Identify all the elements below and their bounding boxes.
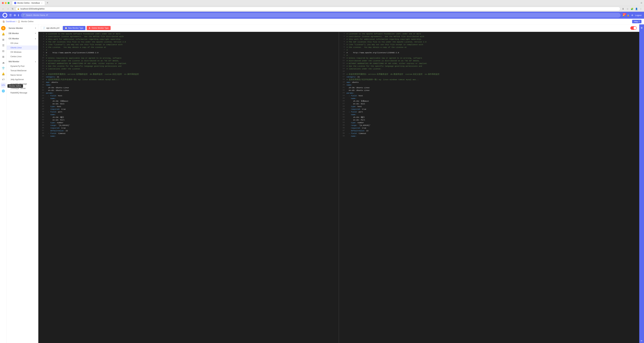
info-icon[interactable]: ℹ (18, 13, 19, 17)
bookmark-icon[interactable]: ☆ (626, 7, 630, 11)
line-content: - field: host (46, 94, 337, 97)
line-content: category: os (346, 75, 638, 78)
code-line: 3# this work for additional information … (38, 38, 339, 40)
line-content: # WITHOUT WARRANTIES OR CONDITIONS OF AN… (346, 62, 638, 65)
file-button[interactable]: 📄 app-ubuntu.yml (41, 26, 62, 30)
back-btn[interactable]: ← (1, 7, 5, 11)
line-number: 19 (40, 81, 44, 84)
toggle-switch[interactable] (630, 26, 637, 30)
line-content: # (the "License"); you may not use this … (46, 43, 337, 46)
download-icon[interactable]: ⬇ (621, 7, 625, 11)
line-content: # Licensed to the Apache Software Founda… (346, 32, 638, 35)
code-line: 16# 此监控类型所属类别: service-应用服务监控 db-数据库监控 c… (339, 73, 639, 75)
sidebar-item-tomcat[interactable]: Tomcat WebServer (7, 68, 38, 73)
sidebar-item-dashboard[interactable]: ⊞ (1, 37, 6, 42)
sidebar-item-jetty[interactable]: Jetty AppServer (7, 77, 38, 82)
notification-btn[interactable]: 🔔 99+ (622, 14, 625, 16)
sidebar-item-os-linux[interactable]: OS Linux (7, 41, 38, 45)
address-bar[interactable]: 🔒 localhost:4200/setting/define (16, 7, 620, 11)
sidebar-item-apps[interactable]: ⊞ (1, 54, 6, 59)
editor-pane-left[interactable]: 1# Licensed to the Apache Software Found… (38, 32, 339, 343)
sidebar-item-nacos[interactable]: Nacos Server (7, 73, 38, 77)
sidebar-item-grid[interactable]: ⊟ (1, 48, 6, 53)
line-content: # the License. You may obtain a copy of … (346, 46, 638, 49)
line-content: zh-CN: 端口 (346, 116, 638, 119)
line-content: app: ubuntu (346, 81, 638, 84)
code-line: 9# (339, 54, 639, 57)
delete-monitor-button[interactable]: 🗑 Delete Monitor Type (87, 26, 110, 30)
close-window-btn[interactable] (2, 2, 4, 4)
sidebar-item-os-windows[interactable]: OS Windows (7, 50, 38, 54)
lock-icon[interactable]: 🔒 (627, 14, 630, 16)
sidebar-item-centos-linux[interactable]: Centos Linux (7, 54, 38, 59)
github-icon[interactable]: ⊕ (14, 13, 16, 17)
code-line: 9# (38, 54, 339, 57)
profile-icon[interactable]: 👤 (634, 7, 638, 11)
header-icons: ☰ ⊕ ℹ (9, 13, 19, 17)
sidebar-item-alerts[interactable]: 🔔 (1, 31, 6, 36)
line-number: 23 (40, 92, 44, 94)
help-button[interactable]: Help ? (632, 20, 642, 23)
minimize-window-btn[interactable] (5, 2, 7, 4)
editor-pane-right[interactable]: 1# Licensed to the Apache Software Found… (339, 32, 639, 343)
active-tab[interactable]: Monitor Define - HertzBeat × (12, 1, 45, 5)
line-content: name: (346, 84, 638, 86)
code-line: 29 required: true (339, 108, 639, 110)
refresh-btn[interactable]: ↻ (11, 7, 14, 11)
window-expand-btn[interactable]: ⊡ (641, 2, 642, 4)
line-number: 37 (340, 129, 345, 132)
forward-btn[interactable]: → (6, 7, 10, 11)
code-line: 14# limitations under the License. (38, 67, 339, 70)
line-content: type: number (46, 121, 337, 124)
breadcrumb-dashboard[interactable]: DashBoard (6, 20, 15, 23)
line-content: en-US: Host (346, 102, 638, 105)
new-monitor-button[interactable]: 📋 New Monitor Type (63, 26, 86, 30)
line-number: 5 (340, 43, 345, 46)
line-content: # (46, 54, 337, 57)
tab-close-btn[interactable]: × (41, 2, 43, 4)
sidebar-section-db-header[interactable]: DB Monitor ▼ (7, 31, 38, 36)
code-line: 20name: (38, 84, 339, 86)
line-number: 22 (340, 89, 345, 92)
settings-icon[interactable]: ⚙ (631, 14, 633, 16)
line-number: 25 (340, 97, 345, 100)
sidebar-item-tshirt[interactable]: 👕 (1, 65, 6, 71)
line-number: 37 (40, 129, 44, 132)
new-tab-btn[interactable]: + (46, 1, 50, 5)
maximize-window-btn[interactable] (8, 2, 10, 4)
code-line: 2# contributor license agreements. See t… (339, 35, 639, 38)
sidebar-item-cloud[interactable]: ☁ (1, 60, 6, 65)
more-options-icon[interactable]: ⋮ (639, 7, 643, 11)
sidebar-item-dynamictp[interactable]: DynamicTp Pool (7, 64, 38, 68)
code-line: 21 zh-CN: Ubuntu Linux (38, 86, 339, 89)
help-icon: ? (638, 20, 640, 23)
code-line: 10# Unless required by applicable law or… (38, 57, 339, 59)
navbar: ← → ↻ 🔒 localhost:4200/setting/define ⬇ … (0, 6, 644, 12)
notification-badge: 99+ (622, 13, 626, 15)
settings-gear-btn[interactable]: ⚙ (640, 26, 644, 30)
sidebar-item-bell[interactable]: 🔔 (1, 71, 6, 76)
code-line: 5# (the "License"); you may not use this… (339, 43, 639, 46)
menu-icon[interactable]: ☰ (9, 13, 12, 17)
line-number: 26 (40, 100, 44, 102)
sidebar-item-tag[interactable]: 🏷 (1, 77, 6, 82)
delete-label: Delete Monitor Type (92, 27, 108, 29)
line-number: 36 (340, 127, 345, 129)
sidebar-section-mid-header[interactable]: Mid Monitor ▲ (7, 59, 38, 64)
sidebar-section-service-header[interactable]: Service Monitor ▼ (7, 26, 38, 30)
sidebar-item-globe[interactable]: 🌐 (1, 88, 6, 93)
search-bar[interactable]: 🔍 Search: Monitor Name, IP (21, 13, 620, 17)
sidebar-item-ubuntu-linux[interactable]: Ubuntu Linux (7, 45, 38, 50)
logout-btn[interactable]: Logout (635, 14, 642, 16)
extensions-icon[interactable]: 🧩 (630, 7, 634, 11)
sidebar-item-list[interactable]: ☰ (1, 43, 6, 48)
code-line: 13# See the License for the specific lan… (339, 65, 639, 67)
sidebar-item-rabbitmq[interactable]: RabbitMQ Message (7, 91, 38, 95)
sidebar-section-os-header[interactable]: OS Monitor ▲ (7, 36, 38, 41)
edit-pencil-btn[interactable]: ✏ (640, 339, 644, 343)
line-number: 4 (40, 40, 44, 43)
line-number: 16 (340, 73, 345, 75)
sidebar-item-code[interactable]: </> Monitor Define (1, 83, 6, 88)
code-line: 22 en-US: Ubuntu Linux (339, 89, 639, 92)
line-number: 14 (340, 67, 345, 70)
